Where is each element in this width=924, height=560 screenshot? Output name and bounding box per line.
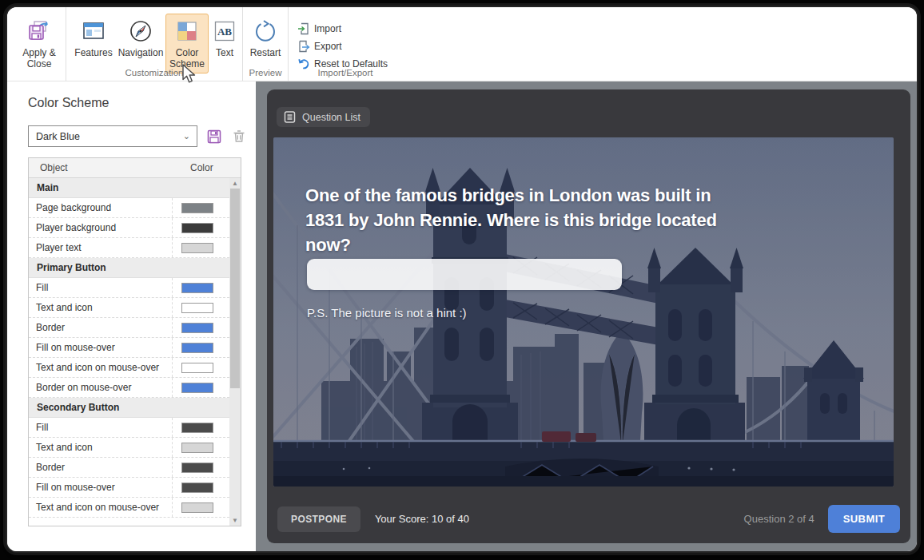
table-section-header: Main [29, 178, 229, 198]
navigation-button[interactable]: Navigation [116, 14, 165, 62]
answer-input[interactable] [307, 259, 622, 290]
ribbon-group-customization: Features Navigation [66, 7, 242, 81]
color-swatch[interactable] [181, 502, 213, 513]
color-swatch[interactable] [181, 223, 213, 233]
color-cell [173, 203, 213, 213]
group-label-preview: Preview [243, 68, 288, 77]
color-cell [173, 323, 213, 333]
question-list-icon [284, 111, 296, 123]
color-cell [173, 423, 213, 433]
table-row[interactable]: Page background [29, 198, 229, 218]
ribbon-group-preview: Restart Preview [242, 7, 288, 81]
color-swatch[interactable] [181, 203, 213, 213]
table-row[interactable]: Text and icon on mouse-over [29, 358, 229, 378]
delete-scheme-button[interactable] [231, 129, 247, 145]
color-scheme-label: Color Scheme [168, 47, 206, 70]
import-label: Import [314, 23, 341, 34]
import-icon [297, 22, 310, 35]
scheme-dropdown-value: Dark Blue [36, 131, 80, 142]
submit-button[interactable]: SUBMIT [828, 505, 900, 533]
table-scrollbar[interactable]: ▲ ▼ [229, 178, 241, 526]
navigation-label: Navigation [118, 47, 164, 58]
question-text: One of the famous bridges in London was … [305, 183, 747, 257]
color-swatch[interactable] [181, 283, 213, 293]
table-row[interactable]: Text and icon on mouse-over [29, 498, 229, 518]
save-scheme-button[interactable] [206, 129, 222, 145]
table-row[interactable]: Text and icon [29, 438, 229, 458]
save-apply-icon [26, 18, 53, 45]
column-header-object: Object [29, 162, 184, 173]
color-cell [173, 463, 213, 473]
color-swatch[interactable] [181, 463, 213, 473]
table-row[interactable]: Fill on mouse-over [29, 478, 229, 498]
object-label: Border [29, 318, 173, 337]
table-row[interactable]: Fill [29, 278, 229, 298]
table-row[interactable]: Border [29, 458, 229, 478]
trash-icon [233, 129, 245, 143]
color-swatch[interactable] [181, 483, 213, 493]
table-row[interactable]: Player background [29, 218, 229, 238]
color-cell [173, 303, 213, 313]
object-label: Border [29, 458, 173, 477]
restart-button[interactable]: Restart [245, 14, 286, 62]
color-swatch[interactable] [181, 423, 213, 433]
table-row[interactable]: Text and icon [29, 298, 229, 318]
object-label: Fill [29, 278, 173, 297]
color-swatch[interactable] [181, 243, 213, 253]
navigation-compass-icon [127, 18, 154, 45]
scheme-dropdown[interactable]: Dark Blue ⌄ [28, 125, 197, 147]
object-label: Fill [29, 418, 173, 437]
color-table: Object Color MainPage backgroundPlayer b… [28, 157, 241, 526]
table-row[interactable]: Fill on mouse-over [29, 338, 229, 358]
restart-label: Restart [250, 47, 281, 58]
color-cell [173, 243, 213, 253]
section-header-label: Primary Button [29, 258, 173, 277]
app-window: Apply & Close Features [6, 6, 918, 553]
color-swatch[interactable] [181, 363, 213, 373]
color-swatch[interactable] [181, 323, 213, 333]
object-label: Fill on mouse-over [29, 478, 173, 497]
ribbon-group-apply: Apply & Close [7, 7, 66, 81]
scroll-down-arrow-icon[interactable]: ▼ [229, 515, 241, 526]
text-ab-icon: AB [211, 18, 238, 45]
color-swatch[interactable] [181, 443, 213, 453]
scroll-up-arrow-icon[interactable]: ▲ [229, 178, 241, 189]
object-label: Page background [29, 198, 173, 217]
color-cell [173, 383, 213, 393]
scrollbar-thumb[interactable] [230, 189, 240, 388]
color-cell [173, 223, 213, 233]
question-list-button[interactable]: Question List [277, 107, 370, 127]
save-icon [207, 129, 221, 144]
preview-page-background: Question List [256, 81, 917, 551]
color-swatch[interactable] [181, 303, 213, 313]
color-swatch[interactable] [181, 383, 213, 393]
question-slide: One of the famous bridges in London was … [273, 137, 894, 487]
text-button[interactable]: AB Text [209, 14, 241, 62]
export-icon [297, 39, 310, 53]
text-label: Text [216, 47, 233, 58]
table-row[interactable]: Border [29, 318, 229, 338]
color-scheme-icon [173, 18, 201, 45]
score-text: Your Score: 10 of 40 [375, 513, 469, 525]
export-button[interactable]: Export [293, 38, 391, 54]
object-label: Text and icon [29, 438, 173, 457]
postpone-button[interactable]: POSTPONE [277, 506, 360, 532]
color-table-header: Object Color [29, 158, 241, 178]
features-button[interactable]: Features [71, 14, 116, 62]
table-row[interactable]: Fill [29, 418, 229, 438]
column-header-color: Color [184, 162, 213, 173]
features-icon [80, 18, 107, 45]
question-progress-text: Question 2 of 4 [744, 513, 814, 525]
object-label: Player text [29, 238, 173, 257]
table-row[interactable]: Border on mouse-over [29, 378, 229, 398]
section-header-label: Secondary Button [29, 398, 173, 417]
import-button[interactable]: Import [293, 21, 391, 36]
question-list-label: Question List [302, 112, 360, 123]
player-footer: POSTPONE Your Score: 10 of 40 Question 2… [267, 494, 910, 543]
apply-close-button[interactable]: Apply & Close [16, 14, 62, 73]
color-swatch[interactable] [181, 343, 213, 353]
color-scheme-button[interactable]: Color Scheme [165, 14, 209, 73]
object-label: Border on mouse-over [29, 378, 173, 397]
table-row[interactable]: Player text [29, 238, 229, 258]
svg-text:AB: AB [217, 26, 232, 38]
